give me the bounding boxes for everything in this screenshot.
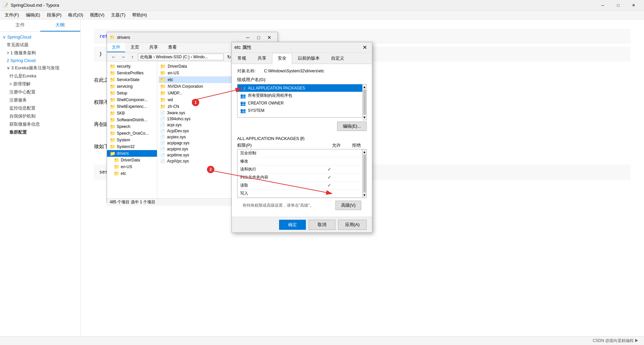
menu-paragraph[interactable]: 段落(P) — [44, 11, 65, 19]
sidebar-item-what-eureka[interactable]: 什么是Eureka — [0, 72, 80, 80]
fe-tree-item-security[interactable]: 📁 security — [107, 63, 157, 70]
menu-file[interactable]: 文件(F) — [1, 11, 22, 19]
scroll-up-arrow[interactable]: ▲ — [363, 85, 366, 89]
fe-tree-item-softdistrib[interactable]: 📁 SoftwareDistrib... — [107, 117, 157, 123]
prop-title-bar: etc 属性 ✕ — [232, 42, 372, 53]
prop-user-label-creator: CREATOR OWNER — [248, 101, 284, 106]
fe-forward-button[interactable]: → — [119, 53, 127, 61]
user-list-scrollbar[interactable]: ▲ ▼ — [363, 84, 367, 120]
prop-tab-prev-versions[interactable]: 以前的版本 — [292, 53, 325, 64]
fe-tree-item-label-etc: etc — [121, 171, 126, 176]
fe-tree-item-shellexp[interactable]: 📁 ShellExperienc... — [107, 103, 157, 110]
prop-tab-security[interactable]: 安全 — [272, 53, 292, 64]
prop-edit-button[interactable]: 编辑(E)... — [337, 122, 367, 131]
folder-icon: 📁 — [110, 131, 115, 136]
menu-help[interactable]: 帮助(H) — [129, 11, 150, 19]
perm-allow-check: ✓ — [319, 166, 339, 172]
fe-tree-item-system[interactable]: 📁 System — [107, 137, 157, 143]
sidebar-item-register-service[interactable]: 注册服务 — [0, 96, 80, 104]
sidebar-item-microservice[interactable]: > 1 微服务架构 — [0, 49, 80, 57]
fe-ribbon-tab-file[interactable]: 文件 — [107, 43, 125, 52]
menu-edit[interactable]: 编辑(E) — [22, 11, 44, 19]
prop-tab-share[interactable]: 共享 — [252, 53, 272, 64]
tab-outline[interactable]: 大纲 — [40, 19, 80, 31]
sidebar-item-springcloud2[interactable]: 2 Spring Cloud — [0, 57, 80, 64]
close-button[interactable]: ✕ — [626, 0, 641, 11]
folder-icon: 📁 — [110, 97, 115, 102]
menu-view[interactable]: 视图(V) — [87, 11, 108, 19]
perm-scrollbar[interactable]: ▲ ▼ — [362, 149, 366, 198]
annotation-circle-2: 2 — [207, 166, 214, 173]
sidebar-item-registry-config[interactable]: 注册中心配置 — [0, 88, 80, 96]
sidebar-item-interview[interactable]: 常见面试题 — [0, 41, 80, 49]
folder-icon: 📁 — [160, 77, 166, 82]
perm-deny — [339, 183, 360, 188]
prop-object-row: 对象名称: C:\Windows\System32\drivers\etc — [237, 68, 367, 74]
prop-user-item-restricted[interactable]: 👥 所有受限制的应用程序包 — [237, 92, 362, 99]
folder-icon: 📁 — [110, 144, 115, 149]
prop-close-button[interactable]: ✕ — [360, 43, 369, 52]
fe-ribbon-tab-home[interactable]: 主页 — [126, 43, 144, 52]
prop-user-item-aap[interactable]: 👥 ALL APPLICATION PACKAGES — [237, 84, 362, 92]
fe-close-button[interactable]: ✕ — [264, 32, 275, 43]
prop-advanced-button[interactable]: 高级(V) — [335, 201, 361, 210]
prop-tab-general[interactable]: 常规 — [232, 53, 252, 64]
fe-maximize-button[interactable]: □ — [253, 32, 264, 43]
perm-name: 读取 — [240, 183, 319, 188]
perm-deny — [339, 191, 360, 196]
fe-back-button[interactable]: ← — [110, 53, 118, 61]
prop-permissions-sub: 权限(P) — [237, 142, 326, 148]
prop-user-item-system[interactable]: 👥 SYSTEM — [237, 107, 362, 114]
prop-user-item-creator[interactable]: 👥 CREATOR OWNER — [237, 99, 362, 107]
fe-tree-item-driverdata[interactable]: 📁 DriverData — [107, 157, 157, 163]
perm-scroll-up[interactable]: ▲ — [363, 150, 366, 154]
fe-tree-item-drivers[interactable]: 📁 drivers — [107, 150, 157, 157]
fe-tree-item-enus[interactable]: 📁 en-US — [107, 163, 157, 170]
sidebar: 文件 大纲 ∨ SpringCloud 常见面试题 > 1 微服务架构 2 Sp… — [0, 19, 80, 345]
fe-ribbon-tab-share[interactable]: 共享 — [145, 43, 163, 52]
perm-scroll-down[interactable]: ▼ — [363, 193, 366, 197]
prop-ok-button[interactable]: 确定 — [279, 220, 306, 230]
fe-ribbon-tab-view[interactable]: 查看 — [163, 43, 181, 52]
fe-tree-item-setup[interactable]: 📁 Setup — [107, 90, 157, 96]
fe-tree-item-system32[interactable]: 📁 System32 — [107, 143, 157, 150]
fe-up-button[interactable]: ↑ — [128, 53, 137, 61]
perm-name: 读和执行 — [240, 166, 319, 172]
fe-tree-item-speech[interactable]: 📁 Speech — [107, 123, 157, 130]
menu-theme[interactable]: 主题(T) — [108, 11, 129, 19]
fe-tree-item-servicestate[interactable]: 📁 ServiceState — [107, 76, 157, 83]
minimize-button[interactable]: ─ — [595, 0, 610, 11]
fe-tree-item-servicing[interactable]: 📁 servicing — [107, 83, 157, 90]
tab-files[interactable]: 文件 — [0, 19, 40, 31]
fe-tree-item-serviceprofiles[interactable]: 📁 ServiceProfiles — [107, 70, 157, 76]
prop-tab-custom[interactable]: 自定义 — [325, 53, 350, 64]
prop-apply-button[interactable]: 应用(A) — [338, 220, 367, 230]
sidebar-item-principle[interactable]: > 原理理解 — [0, 80, 80, 88]
sidebar-section-header[interactable]: ∨ SpringCloud — [0, 33, 80, 41]
scroll-down-arrow[interactable]: ▼ — [363, 116, 366, 119]
scroll-thumb — [363, 89, 366, 115]
prop-permissions-header: 权限(P) 允许 拒绝 — [237, 142, 367, 148]
fe-tree-item-etc[interactable]: 📁 etc — [107, 170, 157, 177]
fe-minimize-button[interactable]: ─ — [243, 32, 253, 43]
folder-icon: 📁 — [160, 70, 166, 76]
fe-tree-item-skb[interactable]: 📁 SKB — [107, 110, 157, 117]
sidebar-item-get-service[interactable]: 获取微服务信息 — [0, 120, 80, 128]
fe-file-label: etc — [168, 77, 173, 82]
folder-icon: 📁 — [160, 64, 166, 69]
menu-format[interactable]: 格式(O) — [65, 11, 87, 19]
folder-icon: 📁 — [110, 124, 115, 129]
fe-tree-item-speechone[interactable]: 📁 Speech_OneCo... — [107, 130, 157, 137]
sidebar-item-eureka[interactable]: ∨ 3 Eureka服务注册与发现 — [0, 64, 80, 72]
fe-file-label: AcpiVpc.sys — [167, 159, 189, 163]
prop-cancel-button[interactable]: 取消 — [309, 220, 335, 230]
fe-address-input[interactable] — [138, 54, 224, 60]
prop-permissions-rows: 完全控制 修改 读和执行 ✓ 列出文件夹内容 ✓ — [237, 149, 362, 198]
sidebar-item-monitor-config[interactable]: 监控信息配置 — [0, 104, 80, 112]
fe-file-label: AcpiDev.sys — [167, 129, 189, 133]
perm-row-readexec: 读和执行 ✓ — [237, 165, 362, 174]
fe-tree-item-shellcomp[interactable]: 📁 ShellComponer... — [107, 96, 157, 103]
maximize-button[interactable]: □ — [610, 0, 626, 11]
sidebar-item-self-protect[interactable]: 自我保护机制 — [0, 112, 80, 120]
sidebar-item-cluster-config[interactable]: 集群配置 — [0, 128, 80, 136]
